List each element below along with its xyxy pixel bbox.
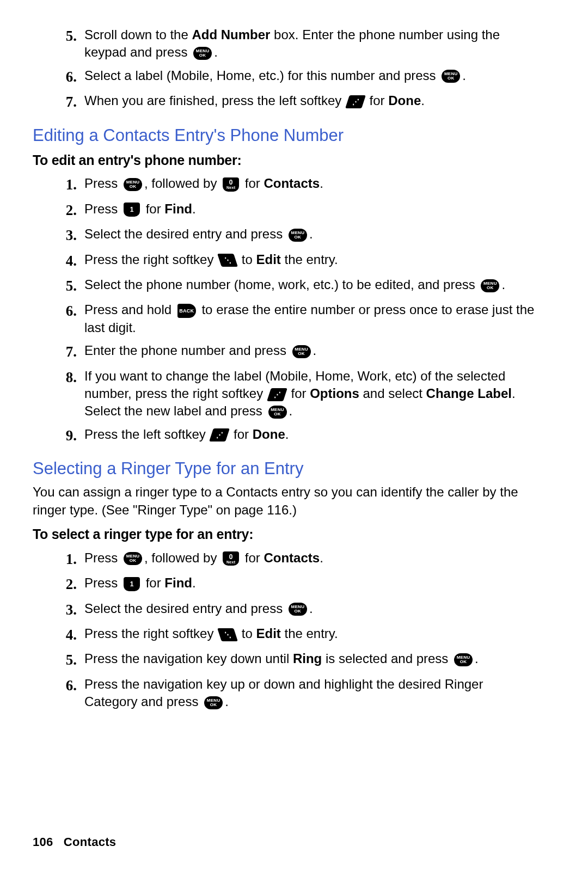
step-number: 8.	[33, 367, 84, 387]
section-heading-ringer: Selecting a Ringer Type for an Entry	[33, 457, 539, 480]
menu-ok-icon	[454, 653, 473, 666]
list-item: 3.Select the desired entry and press .	[33, 600, 539, 620]
step-number: 5.	[33, 276, 84, 296]
step-number: 6.	[33, 676, 84, 695]
left-softkey-icon	[210, 428, 230, 442]
list-item: 6.Press and hold to erase the entire num…	[33, 301, 539, 336]
menu-ok-icon	[124, 552, 142, 565]
step-number: 6.	[33, 67, 84, 87]
right-softkey-icon	[217, 254, 238, 267]
section-heading-editing: Editing a Contacts Entry's Phone Number	[33, 124, 539, 147]
step-text: Scroll down to the Add Number box. Enter…	[84, 26, 539, 62]
step-text: Press , followed by 0Next for Contacts.	[84, 549, 539, 567]
step-number: 7.	[33, 342, 84, 361]
step-number: 1.	[33, 549, 84, 569]
bold-text: Edit	[256, 252, 280, 267]
page-footer: 106 Contacts	[33, 834, 116, 850]
step-text: Enter the phone number and press .	[84, 342, 539, 359]
step-text: Select the phone number (home, work, etc…	[84, 276, 539, 293]
list-item: 9.Press the left softkey for Done.	[33, 426, 539, 445]
list-item: 5.Select the phone number (home, work, e…	[33, 276, 539, 296]
menu-ok-icon	[289, 603, 307, 616]
bold-text: Done	[388, 93, 421, 108]
editing-steps-list: 1.Press , followed by 0Next for Contacts…	[33, 175, 539, 445]
step-text: Press the right softkey to Edit the entr…	[84, 251, 539, 268]
step-text: Press the navigation key up or down and …	[84, 676, 539, 711]
step-text: Press and hold to erase the entire numbe…	[84, 301, 539, 336]
step-number: 6.	[33, 301, 84, 321]
step-text: Select a label (Mobile, Home, etc.) for …	[84, 67, 539, 84]
keypad-key-icon: 0Next	[223, 177, 239, 192]
bold-text: Add Number	[192, 27, 270, 42]
step-number: 3.	[33, 225, 84, 245]
bold-text: Done	[253, 427, 285, 442]
step-number: 3.	[33, 600, 84, 620]
list-item: 1.Press , followed by 0Next for Contacts…	[33, 549, 539, 569]
step-text: Press the navigation key down until Ring…	[84, 650, 539, 667]
bold-text: Change Label	[426, 386, 512, 401]
list-item: 2.Press 1 for Find.	[33, 574, 539, 594]
keypad-key-icon: 1	[124, 577, 140, 591]
left-softkey-icon	[267, 388, 287, 401]
section-intro-ringer: You can assign a ringer type to a Contac…	[33, 483, 539, 519]
step-number: 5.	[33, 650, 84, 670]
bold-text: Contacts	[264, 176, 320, 191]
step-number: 7.	[33, 92, 84, 112]
left-softkey-icon	[345, 95, 366, 108]
menu-ok-icon	[204, 696, 223, 709]
list-item: 1.Press , followed by 0Next for Contacts…	[33, 175, 539, 194]
bold-text: Find	[164, 575, 192, 590]
step-number: 4.	[33, 625, 84, 645]
step-text: Press 1 for Find.	[84, 574, 539, 592]
ringer-steps-list: 1.Press , followed by 0Next for Contacts…	[33, 549, 539, 711]
menu-ok-icon	[442, 70, 460, 83]
menu-ok-icon	[481, 279, 499, 292]
list-item: 3.Select the desired entry and press .	[33, 225, 539, 245]
step-number: 4.	[33, 251, 84, 271]
menu-ok-icon	[193, 47, 212, 60]
right-softkey-icon	[217, 628, 238, 641]
bold-text: Find	[164, 201, 192, 216]
page-number: 106	[33, 835, 53, 849]
step-number: 2.	[33, 574, 84, 594]
bold-text: Ring	[293, 651, 322, 666]
section-sub-ringer: To select a ringer type for an entry:	[33, 525, 539, 544]
list-item: 6.Select a label (Mobile, Home, etc.) fo…	[33, 67, 539, 87]
list-item: 8.If you want to change the label (Mobil…	[33, 367, 539, 420]
bold-text: Edit	[256, 626, 280, 641]
section-sub-editing: To edit an entry's phone number:	[33, 151, 539, 170]
step-text: Press the right softkey to Edit the entr…	[84, 625, 539, 642]
keypad-key-icon: 1	[124, 203, 140, 217]
back-icon	[177, 304, 196, 318]
step-text: Press the left softkey for Done.	[84, 426, 539, 443]
list-item: 5.Press the navigation key down until Ri…	[33, 650, 539, 670]
list-item: 5.Scroll down to the Add Number box. Ent…	[33, 26, 539, 62]
step-text: If you want to change the label (Mobile,…	[84, 367, 539, 420]
bold-text: Options	[310, 386, 359, 401]
step-text: When you are finished, press the left so…	[84, 92, 539, 109]
step-text: Press 1 for Find.	[84, 200, 539, 218]
top-steps-list: 5.Scroll down to the Add Number box. Ent…	[33, 26, 539, 112]
step-number: 5.	[33, 26, 84, 46]
menu-ok-icon	[289, 229, 307, 242]
menu-ok-icon	[268, 406, 287, 419]
list-item: 4.Press the right softkey to Edit the en…	[33, 625, 539, 645]
list-item: 2.Press 1 for Find.	[33, 200, 539, 220]
keypad-key-icon: 0Next	[223, 551, 239, 566]
menu-ok-icon	[292, 345, 311, 358]
step-number: 1.	[33, 175, 84, 194]
list-item: 6.Press the navigation key up or down an…	[33, 676, 539, 711]
step-number: 2.	[33, 200, 84, 220]
step-text: Select the desired entry and press .	[84, 600, 539, 617]
bold-text: Contacts	[264, 550, 320, 565]
step-number: 9.	[33, 426, 84, 445]
step-text: Press , followed by 0Next for Contacts.	[84, 175, 539, 192]
list-item: 4.Press the right softkey to Edit the en…	[33, 251, 539, 271]
step-text: Select the desired entry and press .	[84, 225, 539, 243]
menu-ok-icon	[124, 178, 142, 191]
list-item: 7.When you are finished, press the left …	[33, 92, 539, 112]
footer-section-name: Contacts	[64, 835, 117, 849]
list-item: 7.Enter the phone number and press .	[33, 342, 539, 361]
